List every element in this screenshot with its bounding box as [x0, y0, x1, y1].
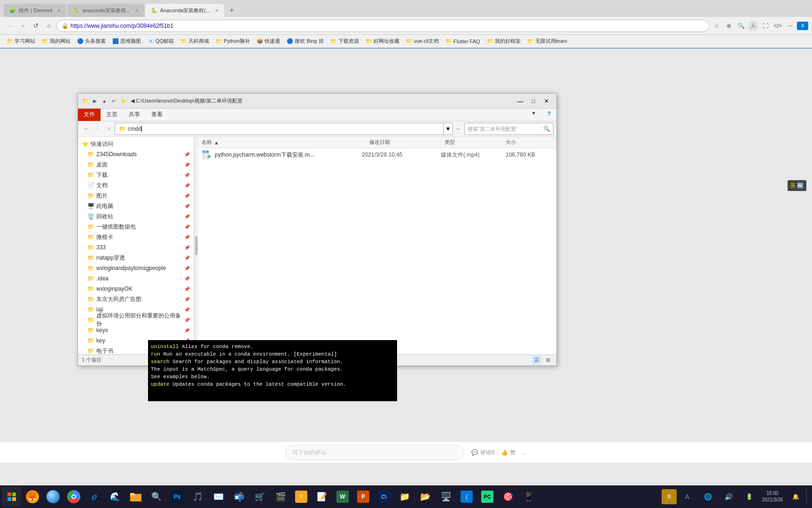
bookmark-bing[interactable]: 🔵 微软 Bing 排	[284, 37, 326, 46]
ribbon-tab-share[interactable]: 共享	[123, 109, 146, 121]
collections-button[interactable]: ⊕	[724, 21, 734, 31]
show-desktop[interactable]	[806, 488, 810, 505]
bookmark-flutter[interactable]: 📁 Flutter FAQ	[443, 37, 483, 45]
sidebar-natapp[interactable]: 📁 natapp穿透 📌	[78, 253, 194, 263]
sidebar-weimoka[interactable]: 📁 微模卡 📌	[78, 232, 194, 242]
loc-forward-button[interactable]: →	[92, 123, 103, 135]
sidebar-venv[interactable]: 📁 虚拟环境公用部分和重要的公用备份 📌	[78, 315, 194, 325]
more-button[interactable]: ⋯	[785, 21, 795, 31]
tray-volume[interactable]: 🔊	[719, 487, 739, 507]
search-box[interactable]: 搜索"第二单环境配置" 🔍	[464, 123, 554, 135]
taskbar-ie[interactable]: ℯ	[85, 487, 104, 507]
taskbar-screen[interactable]: 🖥️	[436, 487, 456, 507]
tab-3-close[interactable]: ✕	[215, 8, 219, 13]
taskbar-360[interactable]	[43, 487, 63, 507]
taskbar-filexplorer[interactable]	[126, 487, 146, 507]
taskbar-video[interactable]: 🎬	[271, 487, 290, 507]
taskbar-photoshop[interactable]: Ps	[167, 487, 187, 507]
bookmark-myframe[interactable]: 📁 我的好框架	[484, 37, 523, 46]
bookmark-qq[interactable]: 📧 QQ邮箱	[145, 37, 177, 46]
extensions-button[interactable]: ⛶	[760, 21, 771, 31]
pause-button[interactable]: ⏸	[797, 22, 808, 30]
bookmark-express[interactable]: 📦 快递通	[254, 37, 283, 46]
sidebar-2345downloads[interactable]: 📁 2345Downloads 📌	[78, 149, 194, 159]
comment-input[interactable]: 写下你的评论...	[285, 445, 464, 460]
bookmark-unlimited[interactable]: 📁 无限试用team	[524, 37, 570, 46]
devtools-button[interactable]: </>	[773, 21, 783, 31]
ribbon-tab-view[interactable]: 查看	[146, 109, 168, 121]
bookmark-fanke[interactable]: 📁 凡科商城	[178, 37, 212, 46]
ribbon-help-button[interactable]: ?	[542, 109, 556, 121]
col-name[interactable]: 名称 ▲	[202, 139, 369, 146]
taskbar-unknown1[interactable]: 🎯	[498, 487, 518, 507]
tab-2[interactable]: 🐍 anaconda安装教程... ✕	[67, 4, 144, 17]
sidebar-quick-access[interactable]: ⭐ 快速访问	[78, 139, 194, 149]
loc-up-button[interactable]: ↑	[103, 123, 115, 135]
ribbon-collapse-button[interactable]: ▼	[526, 109, 542, 121]
taskbar-note[interactable]: 📝	[312, 487, 332, 507]
bookmark-python[interactable]: 📁 Python脑补	[213, 37, 253, 46]
taskbar-excel-like[interactable]: W	[333, 487, 352, 507]
tray-network[interactable]: 🌐	[698, 487, 718, 507]
search-nav-button[interactable]: 🔍	[736, 21, 746, 31]
taskbar-edge[interactable]: 🌊	[105, 487, 125, 507]
maximize-button[interactable]: □	[527, 97, 539, 105]
sidebar-documents[interactable]: 📄 文档 📌	[78, 180, 194, 190]
forward-button[interactable]: →	[17, 20, 28, 32]
tray-notification[interactable]: 🔔	[786, 487, 805, 507]
sidebar-scrollbar-thumb[interactable]	[195, 236, 198, 255]
star-button[interactable]: ☆	[711, 21, 722, 31]
file-row-0[interactable]: MP4 python,pycharm,webstorm下载安装.m... 202…	[198, 148, 556, 161]
taskbar-folder3[interactable]: 📂	[415, 487, 435, 507]
tab-1-close[interactable]: ✕	[57, 8, 61, 13]
address-input-container[interactable]: 📁 cmdd	[115, 123, 444, 135]
new-tab-button[interactable]: +	[225, 4, 238, 17]
minimize-button[interactable]: —	[514, 97, 526, 105]
taskbar-ppt-like[interactable]: P	[353, 487, 373, 507]
refresh-button[interactable]: ↺	[30, 20, 41, 32]
tray-keyboard[interactable]: 英	[662, 489, 677, 504]
back-button[interactable]: ←	[4, 20, 15, 32]
bookmark-learning[interactable]: 📁 学习网站	[4, 37, 38, 46]
sidebar-scrollbar[interactable]	[194, 137, 198, 354]
taskbar-search[interactable]: 🔍	[147, 487, 166, 507]
col-size[interactable]: 大小	[506, 139, 553, 146]
taskbar-vscode[interactable]: 〈	[457, 487, 476, 507]
more-action[interactable]: ...	[522, 449, 527, 456]
sidebar-tokyo[interactable]: 📁 东京大药房广告图 📌	[78, 294, 194, 304]
sidebar-desktop[interactable]: 📁 桌面 📌	[78, 159, 194, 170]
start-button[interactable]	[2, 487, 22, 507]
close-button[interactable]: ✕	[540, 97, 553, 105]
ribbon-tab-file[interactable]: 文件	[78, 109, 101, 121]
tab-3[interactable]: 🐍 Anaconda安装教程(... ✕	[145, 4, 224, 17]
tab-1[interactable]: 🧩 组件 | Element ✕	[4, 4, 66, 17]
col-date[interactable]: 修改日期	[369, 139, 445, 146]
bookmark-mindmap[interactable]: 🟦 思维脑图	[109, 37, 144, 46]
sidebar-wxlogin[interactable]: 📁 wxloginandpaytomsgpeople 📌	[78, 263, 194, 273]
bookmark-mysite[interactable]: 📁 我的网站	[39, 37, 73, 46]
taskbar-yellow1[interactable]: Y	[291, 487, 311, 507]
sidebar-idea[interactable]: 📁 .idea 📌	[78, 273, 194, 284]
account-button[interactable]: 人	[748, 21, 758, 31]
col-type[interactable]: 类型	[445, 139, 506, 146]
tab-2-close[interactable]: ✕	[135, 8, 139, 13]
ribbon-tab-home[interactable]: 主页	[101, 109, 123, 121]
address-bar[interactable]: 🔒 https://www.jianshu.com/p/3084e62f51b1	[56, 20, 710, 32]
bookmark-vue[interactable]: 📁 vue-cli文档	[403, 37, 442, 46]
sidebar-333[interactable]: 📁 333 📌	[78, 242, 194, 253]
taskbar-music[interactable]: 🎵	[188, 487, 208, 507]
taskbar-terminal[interactable]: C\	[374, 487, 394, 507]
address-navigate-button[interactable]: →	[453, 123, 462, 135]
sidebar-recycle[interactable]: 🗑️ 回收站 📌	[78, 211, 194, 222]
address-dropdown-button[interactable]: ▼	[444, 123, 453, 135]
taskbar-mail[interactable]: ✉️	[209, 487, 228, 507]
sidebar-pictures[interactable]: 📁 图片 📌	[78, 190, 194, 201]
taskbar-folder2[interactable]: 📁	[395, 487, 414, 507]
comment-bubble-action[interactable]: 💬 评论0	[471, 449, 495, 457]
sidebar-wxloginok[interactable]: 📁 wxloginpayOK 📌	[78, 284, 194, 294]
taskbar-unknown2[interactable]: 📱	[519, 487, 539, 507]
sidebar-capturedata[interactable]: 📁 一键抓图数据包 📌	[78, 222, 194, 232]
view-list-button[interactable]: ☰	[532, 356, 541, 365]
sidebar-thispc[interactable]: 🖥️ 此电脑 📌	[78, 201, 194, 211]
bookmark-toutiao[interactable]: 🔵 头条搜索	[74, 37, 109, 46]
